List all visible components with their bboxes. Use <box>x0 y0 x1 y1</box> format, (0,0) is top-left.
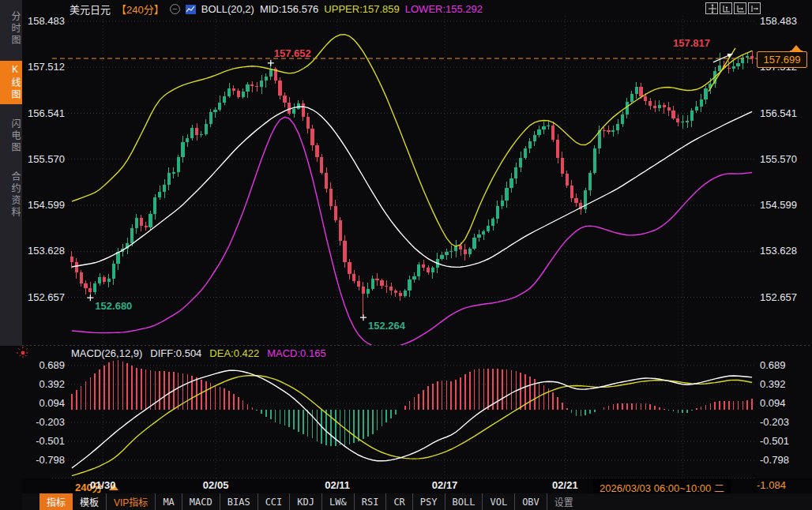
macd-chart[interactable] <box>22 345 812 479</box>
macd-macd-value: MACD:0.165 <box>267 347 325 359</box>
footer-tab-10[interactable]: CR <box>385 493 412 510</box>
macd-axis-label-left: 0.689 <box>22 359 65 372</box>
price-axis-label-left: 153.628 <box>22 245 65 257</box>
macd-axis-label-right: 0.094 <box>760 397 786 410</box>
price-axis-label-right: 152.657 <box>760 291 797 304</box>
macd-header: MACD(26,12,9) DIFF:0.504 DEA:0.422 MACD:… <box>71 347 326 359</box>
extreme-cross-marker <box>360 314 367 321</box>
low-price-label: 152.264 <box>368 320 406 332</box>
indicator-toolbar: 指标模板VIP指标MAMACDBIASCCIKDJLW&RSICRPSYBOLL… <box>22 493 812 510</box>
price-axis-label-right: 155.570 <box>760 153 797 166</box>
boll-lower-value: LOWER:155.292 <box>405 3 483 15</box>
macd-axis-label-left: -0.203 <box>22 416 65 429</box>
indicator-settings-icon[interactable] <box>17 347 29 359</box>
extreme-cross-marker <box>87 294 93 301</box>
boll-upper-value: UPPER:157.859 <box>324 3 399 15</box>
macd-axis-label-left: 0.094 <box>22 397 65 410</box>
period-badge[interactable]: 【240分】 <box>116 2 164 17</box>
footer-tab-7[interactable]: KDJ <box>289 493 321 510</box>
sidebar-item-3[interactable]: 合约资料 <box>0 168 22 222</box>
app-window: 分时图K线图闪电图合约资料 157.652157.817152.680152.2… <box>0 0 812 510</box>
footer-tab-0[interactable]: 指标 <box>39 493 73 510</box>
crosshair-move-icon[interactable] <box>705 2 718 14</box>
high-price-label: 157.652 <box>274 47 311 59</box>
price-axis-label-left: 152.657 <box>22 291 65 304</box>
footer-tab-15[interactable]: 设置 <box>547 493 581 510</box>
high-price-label: 157.817 <box>673 37 710 49</box>
symbol-name[interactable]: 美元日元 <box>70 2 111 17</box>
footer-tab-9[interactable]: RSI <box>354 493 386 510</box>
macd-diff-value: DIFF:0.504 <box>150 347 201 359</box>
macd-axis-label-left: 0.392 <box>22 378 65 391</box>
footer-tab-6[interactable]: CCI <box>258 493 290 510</box>
sidebar-item-0[interactable]: 分时图 <box>0 8 22 50</box>
boll-lines <box>72 35 752 345</box>
price-axis-label-right: 156.541 <box>760 107 797 120</box>
footer-tab-11[interactable]: PSY <box>412 493 445 510</box>
chart-tool-buttons <box>705 2 761 14</box>
price-axis-label-left: 158.483 <box>22 15 65 28</box>
price-marker-icon[interactable] <box>791 45 801 51</box>
chart-main-area: 157.652157.817152.680152.264 美元日元 【240分】… <box>22 0 812 510</box>
price-axis-label-left: 156.541 <box>22 107 65 120</box>
macd-axis-label-left: -0.501 <box>22 435 65 448</box>
macd-axis-label-right: -0.501 <box>760 435 789 448</box>
pan-right-icon[interactable] <box>748 2 761 14</box>
fit-vertical-axis-icon[interactable] <box>720 2 732 14</box>
macd-axis-label-left: -0.798 <box>22 454 65 467</box>
footer-tab-1[interactable]: 模板 <box>73 493 106 510</box>
footer-tab-13[interactable]: VOL <box>482 493 514 510</box>
indicator-thumbnail-icon[interactable] <box>186 5 196 14</box>
chart-header: 美元日元 【240分】 − BOLL(20,2) MID:156.576 UPP… <box>70 2 483 17</box>
price-axis-label-left: 155.570 <box>22 153 65 166</box>
boll-lower-line <box>72 117 752 345</box>
footer-tab-12[interactable]: BOLL <box>445 493 483 510</box>
price-axis-label-right: 154.599 <box>760 199 797 212</box>
macd-axis-label-right: 0.689 <box>760 359 786 372</box>
price-axis-label-left: 154.599 <box>22 199 65 212</box>
last-price-tag: 157.699 <box>757 51 807 68</box>
x-axis-label: 01/30 <box>90 479 116 491</box>
x-axis-strip: 240分 2026/03/03 06:00~10:00 二 -1.084 01/… <box>22 478 812 493</box>
footer-tab-8[interactable]: LW& <box>321 493 354 510</box>
macd-dea-value: DEA:0.422 <box>209 347 259 359</box>
footer-tab-5[interactable]: BIAS <box>220 493 258 510</box>
price-chart[interactable]: 157.652157.817152.680152.264 <box>22 0 812 345</box>
annotations-layer: 157.652157.817152.680152.264 <box>87 37 735 332</box>
footer-tab-14[interactable]: OBV <box>514 493 547 510</box>
macd-gridlines <box>52 345 757 479</box>
footer-tab-2[interactable]: VIP指标 <box>106 493 155 510</box>
price-axis-label-right: 158.483 <box>760 15 797 28</box>
x-axis-label: 02/21 <box>552 479 578 491</box>
footer-tab-4[interactable]: MACD <box>182 493 220 510</box>
x-axis-label: 02/05 <box>203 479 229 491</box>
collapse-indicator-icon[interactable]: − <box>170 4 180 14</box>
extreme-cross-marker <box>268 60 274 66</box>
sidebar-item-1[interactable]: K线图 <box>0 61 22 104</box>
boll-mid-line <box>72 107 752 267</box>
price-axis-label-right: 153.628 <box>760 245 797 257</box>
macd-params-label[interactable]: MACD(26,12,9) <box>71 347 142 359</box>
macd-axis-label-right: -0.798 <box>760 454 789 467</box>
price-marker-base <box>790 51 803 52</box>
toolbar-spacer <box>22 493 39 510</box>
boll-mid-value: MID:156.576 <box>260 3 318 15</box>
low-price-label: 152.680 <box>95 300 132 312</box>
macd-axis-label-right: 0.392 <box>760 378 786 391</box>
x-axis-label: 02/11 <box>325 479 350 491</box>
boll-upper-line <box>72 35 752 246</box>
price-axis-label-left: 157.512 <box>22 61 65 73</box>
macd-axis-label-right: -0.203 <box>760 416 789 429</box>
boll-params-label[interactable]: BOLL(20,2) <box>201 3 254 15</box>
macd-histogram <box>72 360 752 446</box>
x-axis-label: 02/17 <box>432 479 458 491</box>
macd-axis-min-label: -1.084 <box>757 479 786 491</box>
footer-tab-3[interactable]: MA <box>155 493 181 510</box>
left-sidebar: 分时图K线图闪电图合约资料 <box>0 0 23 346</box>
fit-horizontal-axis-icon[interactable] <box>734 2 746 14</box>
sidebar-item-2[interactable]: 闪电图 <box>0 115 22 157</box>
